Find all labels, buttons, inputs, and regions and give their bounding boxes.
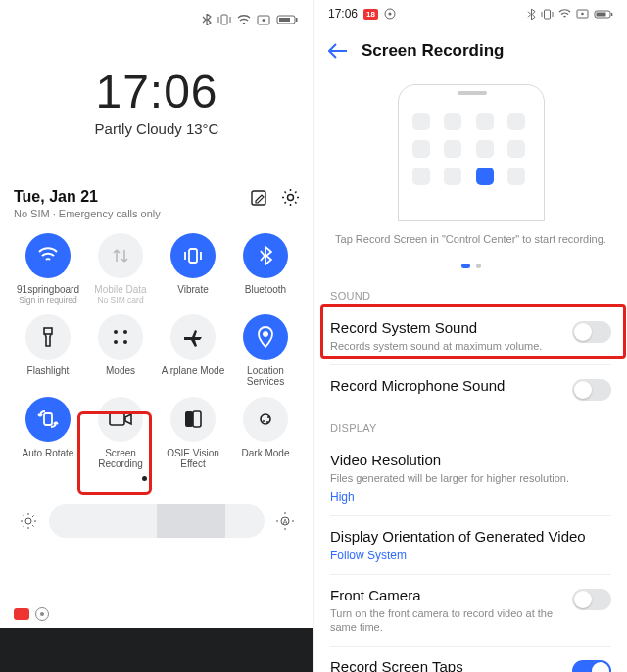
status-bar — [0, 0, 314, 39]
rotate-icon — [37, 408, 59, 430]
wifi-icon — [37, 247, 59, 264]
vibrate-icon — [217, 14, 231, 25]
quick-settings-sheet: Tue, Jan 21 No SIM · Emergency calls onl… — [0, 176, 314, 546]
modes-icon — [111, 327, 130, 347]
lockscreen-clock: 17:06 — [0, 65, 314, 119]
tile-wifi[interactable]: 91springboard Sign in required — [14, 233, 82, 305]
brightness-slider[interactable] — [49, 504, 265, 538]
cast-icon — [576, 9, 589, 19]
svg-point-27 — [388, 13, 391, 16]
tile-flashlight[interactable]: Flashlight — [14, 314, 82, 387]
svg-point-20 — [267, 416, 269, 418]
svg-text:A: A — [283, 518, 288, 525]
lockscreen-quick-settings: 17:06 Partly Cloudy 13°C Tue, Jan 21 No … — [0, 0, 314, 672]
dark-mode-icon — [255, 408, 276, 430]
tile-bluetooth[interactable]: Bluetooth — [231, 233, 300, 305]
back-button[interactable] — [328, 43, 348, 59]
weather-text: Partly Cloudy 13°C — [0, 120, 314, 137]
setting-video-resolution[interactable]: Video Resolution Files generated will be… — [314, 440, 627, 514]
svg-point-10 — [114, 330, 118, 334]
wifi-icon — [558, 9, 571, 19]
setting-front-camera[interactable]: Front Camera Turn on the front camera to… — [314, 575, 627, 647]
tile-osie[interactable]: OSIE Vision Effect — [159, 397, 227, 469]
svg-point-23 — [25, 518, 31, 524]
toggle-screen-taps[interactable] — [572, 660, 611, 672]
notification-icons — [14, 607, 49, 621]
preview-illustration — [398, 84, 545, 221]
svg-rect-33 — [597, 12, 606, 16]
tile-modes[interactable]: Modes — [86, 314, 155, 387]
auto-brightness-icon[interactable]: A — [272, 508, 298, 534]
svg-rect-28 — [545, 10, 551, 19]
svg-point-14 — [264, 332, 268, 337]
battery-icon — [594, 9, 613, 20]
osie-icon — [183, 409, 203, 429]
brightness-low-icon — [16, 508, 41, 534]
svg-rect-15 — [44, 413, 52, 425]
recording-badge-icon — [14, 608, 29, 620]
setting-record-microphone[interactable]: Record Microphone Sound — [314, 365, 627, 412]
svg-rect-18 — [193, 411, 201, 427]
bluetooth-icon — [259, 246, 272, 265]
svg-point-19 — [261, 414, 270, 424]
brightness-thumb — [157, 504, 225, 538]
sim-status: No SIM · Emergency calls only — [14, 208, 161, 219]
airplane-icon — [182, 327, 204, 347]
toggle-front-camera[interactable] — [572, 589, 611, 610]
svg-point-13 — [123, 340, 127, 344]
highlight-box-right — [320, 304, 626, 359]
setting-orientation[interactable]: Display Orientation of Generated Video F… — [314, 516, 627, 574]
brightness-slider-row: A — [14, 504, 300, 538]
svg-rect-17 — [185, 411, 193, 427]
screen-recording-settings: 17:06 18 Screen Recording — [314, 0, 627, 672]
tile-mobile-data[interactable]: Mobile Data No SIM card — [86, 233, 155, 305]
recording-indicator: 18 — [363, 9, 378, 20]
svg-rect-9 — [44, 328, 52, 334]
toggle-record-microphone[interactable] — [572, 379, 611, 401]
location-icon — [257, 326, 274, 348]
bluetooth-icon — [202, 14, 212, 25]
svg-point-12 — [114, 340, 118, 344]
page-title: Screen Recording — [362, 41, 505, 61]
tile-dark-mode[interactable]: Dark Mode — [231, 397, 300, 469]
highlight-box-left — [77, 411, 152, 495]
bluetooth-icon — [527, 9, 536, 20]
pager — [314, 255, 627, 280]
notification-icon — [35, 607, 49, 621]
tile-location[interactable]: Location Services — [231, 314, 300, 387]
wifi-icon — [237, 15, 251, 25]
nav-bar-area — [0, 628, 314, 672]
tile-airplane[interactable]: Airplane Mode — [159, 314, 227, 387]
svg-point-30 — [581, 13, 584, 16]
svg-rect-32 — [611, 13, 612, 16]
svg-point-21 — [263, 420, 265, 422]
hint-text: Tap Record Screen in "Control Center" to… — [314, 229, 627, 255]
edit-icon[interactable] — [250, 189, 267, 207]
setting-screen-taps[interactable]: Record Screen Taps — [314, 647, 627, 672]
settings-icon[interactable] — [281, 188, 300, 207]
svg-rect-8 — [189, 249, 197, 263]
qs-tile-grid: 91springboard Sign in required Mobile Da… — [14, 233, 300, 469]
tile-auto-rotate[interactable]: Auto Rotate — [14, 397, 82, 469]
status-time: 17:06 — [328, 7, 358, 21]
notification-icon — [384, 8, 396, 20]
svg-rect-5 — [279, 18, 290, 22]
status-bar: 17:06 18 — [314, 0, 627, 27]
vibrate-icon — [541, 9, 554, 20]
section-display: DISPLAY — [314, 412, 627, 440]
vibrate-icon — [183, 246, 203, 265]
flashlight-icon — [40, 326, 56, 348]
svg-point-22 — [266, 421, 268, 423]
data-icon — [111, 246, 130, 265]
date-text: Tue, Jan 21 — [14, 188, 161, 206]
svg-point-7 — [288, 195, 294, 201]
tile-vibrate[interactable]: Vibrate — [159, 233, 227, 305]
cast-icon — [257, 15, 270, 25]
svg-point-2 — [263, 19, 265, 22]
svg-point-11 — [123, 330, 127, 334]
svg-rect-4 — [296, 18, 298, 22]
svg-rect-0 — [221, 15, 227, 24]
battery-icon — [276, 14, 298, 25]
